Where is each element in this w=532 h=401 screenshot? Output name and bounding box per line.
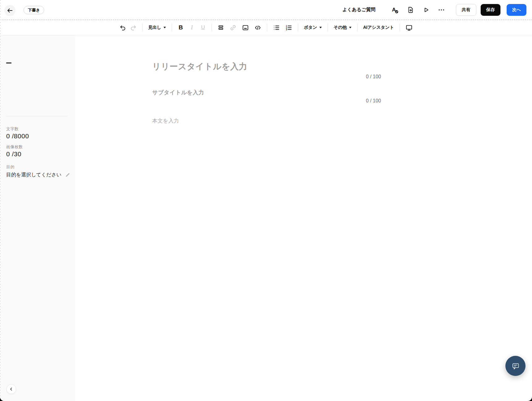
chevron-left-icon	[9, 387, 13, 391]
numbered-list-icon: 123	[285, 24, 292, 31]
pencil-icon	[65, 173, 70, 177]
support-chat-button[interactable]	[505, 356, 526, 376]
left-edge-dotted-border	[0, 0, 1, 401]
link-icon	[230, 24, 237, 31]
toolbar-separator	[212, 24, 212, 32]
export-file-icon	[407, 6, 414, 14]
bold-label: B	[178, 24, 183, 31]
back-button[interactable]	[4, 5, 15, 16]
toolbar-separator	[400, 24, 400, 32]
underline-button[interactable]: U	[198, 22, 208, 33]
ai-assistant-label: AIアシスタント	[363, 25, 394, 30]
preview-play-button[interactable]	[420, 4, 432, 16]
app-frame: 下書き よくあるご質問 A	[0, 0, 532, 401]
sidebar: — 文字数 0 /8000 画像枚数 0 /30 目的 目的を選択してください	[0, 35, 75, 401]
untitled-title-dash: —	[6, 63, 11, 63]
subtitle-char-counter: 0 / 100	[319, 98, 381, 104]
others-label: その他	[333, 25, 347, 30]
image-count-value: 0 /30	[6, 150, 21, 158]
header-bar: 下書き よくあるご質問 A	[0, 0, 532, 19]
chevron-down-icon	[163, 27, 166, 28]
preview-device-button[interactable]	[404, 22, 414, 33]
button-insert-label: ボタン	[304, 25, 317, 30]
toolbar-separator	[357, 24, 358, 32]
purpose-value: 目的を選択してください	[6, 172, 62, 178]
link-button[interactable]	[228, 22, 238, 33]
underline-label: U	[201, 24, 205, 31]
proofread-button[interactable]: A	[389, 4, 401, 16]
editor-toolbar: 見出し B I U	[0, 20, 532, 35]
code-button[interactable]	[253, 22, 263, 33]
section-break-button[interactable]	[216, 22, 226, 33]
italic-label: I	[191, 24, 193, 31]
redo-icon	[130, 24, 137, 31]
next-button[interactable]: 次へ	[507, 4, 526, 16]
undo-icon	[119, 24, 127, 31]
toolbar-separator	[298, 24, 298, 32]
chevron-down-icon	[319, 27, 322, 28]
back-arrow-icon	[6, 7, 13, 14]
chat-bubble-icon	[510, 361, 521, 371]
header-actions: よくあるご質問 A	[342, 0, 532, 19]
toolbar-separator	[328, 24, 328, 32]
undo-button[interactable]	[118, 22, 128, 33]
more-options-button[interactable]	[435, 4, 447, 16]
status-badge: 下書き	[24, 6, 44, 14]
toolbar-separator	[172, 24, 172, 32]
share-button[interactable]: 共有	[456, 4, 476, 16]
subtitle-input[interactable]: サブタイトルを入力	[152, 89, 381, 96]
purpose-select-row[interactable]: 目的を選択してください	[6, 172, 70, 178]
faq-link[interactable]: よくあるご質問	[342, 7, 375, 13]
bullet-list-icon	[273, 24, 280, 31]
svg-text:3: 3	[286, 28, 287, 30]
export-button[interactable]	[405, 4, 416, 16]
code-icon	[254, 24, 261, 31]
release-title-input[interactable]: リリースタイトルを入力	[152, 61, 381, 72]
redo-button[interactable]	[128, 22, 138, 33]
heading-label: 見出し	[148, 25, 161, 30]
ai-assistant-button[interactable]: AIアシスタント	[362, 22, 396, 33]
image-icon	[242, 24, 249, 31]
body-text-input[interactable]: 本文を入力	[152, 117, 381, 124]
others-dropdown[interactable]: その他	[332, 22, 353, 33]
insert-image-button[interactable]	[240, 22, 251, 33]
section-break-icon	[217, 24, 224, 31]
purpose-label: 目的	[6, 164, 15, 170]
sidebar-collapse-button[interactable]	[6, 384, 16, 394]
heading-dropdown[interactable]: 見出し	[147, 22, 168, 33]
numbered-list-button[interactable]: 123	[284, 22, 294, 33]
image-count-label: 画像枚数	[6, 144, 23, 150]
char-count-label: 文字数	[6, 126, 19, 132]
bullet-list-button[interactable]	[271, 22, 281, 33]
chevron-down-icon	[349, 27, 352, 28]
toolbar-bottom-border	[0, 35, 532, 35]
bold-button[interactable]: B	[176, 22, 185, 33]
monitor-icon	[405, 24, 413, 31]
save-button[interactable]: 保存	[481, 4, 500, 16]
proofread-a-check-icon: A	[391, 6, 399, 14]
italic-button[interactable]: I	[187, 22, 196, 33]
more-ellipsis-icon	[438, 6, 445, 14]
char-count-value: 0 /8000	[6, 132, 29, 140]
button-insert-dropdown[interactable]: ボタン	[302, 22, 324, 33]
sidebar-divider	[6, 116, 67, 116]
toolbar-separator	[267, 24, 267, 32]
title-char-counter: 0 / 100	[319, 74, 381, 80]
toolbar-separator	[142, 24, 143, 32]
play-icon	[422, 6, 430, 14]
